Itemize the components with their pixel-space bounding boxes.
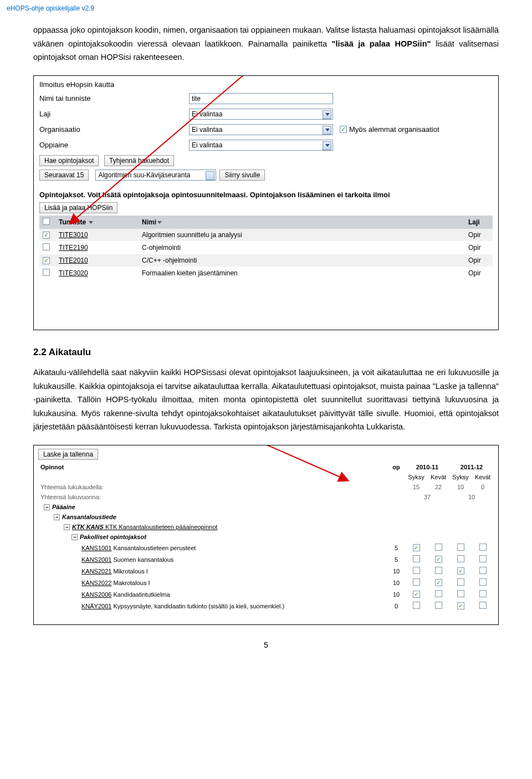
term-checkbox[interactable] <box>479 578 487 586</box>
checkbox-all[interactable] <box>43 218 50 225</box>
clear-button[interactable]: Tyhjennä hakuehdot <box>104 155 174 166</box>
term-checkbox[interactable] <box>479 544 487 551</box>
collapse-icon[interactable]: − <box>54 514 60 520</box>
table-header-row: Tunniste Nimi Laji <box>39 216 493 229</box>
term-checkbox[interactable] <box>435 602 442 609</box>
th-laji[interactable]: Laji <box>465 216 493 229</box>
course-link[interactable]: KANS2006 <box>81 591 111 598</box>
row-laji: Opir <box>465 229 493 241</box>
tunniste-link[interactable]: TITE2010 <box>59 257 88 264</box>
section-pakolliset: −Pakolliset opintojaksot <box>38 532 494 542</box>
p1-bold: "lisää ja palaa HOPSiin" <box>332 39 431 48</box>
chevron-down-icon <box>325 129 330 131</box>
search-button[interactable]: Hae opintojaksot <box>39 155 99 166</box>
hdr-op: op <box>387 462 405 472</box>
th-select-all[interactable] <box>39 216 55 229</box>
term-checkbox[interactable] <box>435 590 442 597</box>
val: 10 <box>449 482 472 492</box>
collapse-icon[interactable]: − <box>71 534 78 540</box>
header-row-terms: Syksy Kevät Syksy Kevät <box>38 472 494 482</box>
course-link[interactable]: KANS1001 <box>81 545 111 551</box>
select-oppiaine[interactable]: Ei valintaa <box>189 140 333 151</box>
course-op: 5 <box>387 554 405 565</box>
hdr-term: Syksy <box>449 472 472 482</box>
course-link[interactable]: KANS2021 <box>81 568 111 575</box>
checkbox-also-lower-label: Myös alemmat organisaatiot <box>349 125 439 134</box>
row-checkbox[interactable] <box>43 243 50 250</box>
next15-button[interactable]: Seuraavat 15 <box>39 170 89 181</box>
section-kt-label: Kansantaloustiede <box>62 514 116 520</box>
term-checkbox[interactable] <box>457 544 464 551</box>
course-name: Suomen kansantalous <box>111 556 173 563</box>
page-header: eHOPS-ohje opiskelijalle v2.9 <box>0 0 532 12</box>
course-link[interactable]: KANS2022 <box>81 580 111 586</box>
row-checkbox[interactable] <box>43 269 50 276</box>
lbl-lukukaudella: Yhteensä lukukaudella: <box>38 482 387 492</box>
page-range-select[interactable]: Algoritmien suu-Kävijäseuranta <box>95 170 216 181</box>
add-return-button[interactable]: Lisää ja palaa HOPSiin <box>39 202 117 213</box>
collapse-icon[interactable]: − <box>64 524 70 530</box>
term-checkbox[interactable] <box>457 555 464 562</box>
schedule-table: Opinnot op 2010-11 2011-12 Syksy Kevät S… <box>38 462 494 612</box>
term-checkbox[interactable] <box>479 567 487 574</box>
goto-page-button[interactable]: Siirry sivulle <box>219 170 265 181</box>
row-checkbox[interactable]: ✓ <box>43 257 50 264</box>
row-laji: Opir <box>465 254 493 266</box>
course-row: KANS2006 Kandidaatintutkielma 10 ✓ <box>38 588 494 600</box>
term-checkbox[interactable] <box>479 555 487 562</box>
calculate-save-button[interactable]: Laske ja tallenna <box>38 449 98 460</box>
chevron-down-icon <box>208 174 213 177</box>
term-checkbox[interactable] <box>435 544 442 551</box>
term-checkbox[interactable] <box>413 578 420 586</box>
course-link[interactable]: KANS2001 <box>81 556 111 563</box>
section-kansantaloustiede: −Kansantaloustiede <box>38 512 494 522</box>
section-paaaine: −Pääaine <box>38 502 494 512</box>
term-checkbox[interactable] <box>457 590 464 597</box>
term-checkbox[interactable] <box>457 578 464 586</box>
course-link[interactable]: KNÄY2001 <box>81 603 111 609</box>
select-oppiaine-value: Ei valintaa <box>192 141 222 149</box>
term-checkbox[interactable]: ✓ <box>457 567 464 575</box>
term-checkbox[interactable] <box>479 590 487 597</box>
hdr-term: Kevät <box>472 472 494 482</box>
table-row: TITE3020 Formaalien kielten jäsentäminen… <box>39 266 493 280</box>
term-checkbox[interactable] <box>435 567 442 574</box>
section-paaaine-label: Pääaine <box>52 504 75 510</box>
term-checkbox[interactable] <box>413 602 420 609</box>
th-nimi[interactable]: Nimi <box>139 216 465 229</box>
results-table: Tunniste Nimi Laji ✓ TITE3010 Algoritmie… <box>39 216 493 280</box>
term-checkbox[interactable] <box>479 602 487 609</box>
row-nimi: Algoritmien suunnittelu ja analyysi <box>139 229 465 241</box>
term-checkbox[interactable]: ✓ <box>435 579 442 586</box>
lbl-lukuvuonna: Yhteensä lukuvuonna: <box>38 492 387 502</box>
ktk-link[interactable]: KTK KANS <box>72 524 104 530</box>
info-line: Opintojaksot. Voit lisätä opintojaksoja … <box>39 191 493 199</box>
term-checkbox[interactable]: ✓ <box>457 602 464 609</box>
label-oppiaine: Oppiaine <box>39 141 189 149</box>
select-laji-value: Ei valintaa <box>192 110 222 118</box>
chevron-down-icon <box>325 113 330 116</box>
checkbox-also-lower[interactable]: ✓ <box>340 126 347 133</box>
select-laji[interactable]: Ei valintaa <box>189 109 333 120</box>
tunniste-link[interactable]: TITE2190 <box>59 244 88 252</box>
chevron-down-icon <box>325 144 330 147</box>
th-tunniste[interactable]: Tunniste <box>55 216 139 229</box>
row-checkbox[interactable]: ✓ <box>43 232 50 239</box>
course-row: KANS1001 Kansantaloustieteen perusteet 5… <box>38 542 494 554</box>
term-checkbox[interactable]: ✓ <box>413 591 420 598</box>
tunniste-link[interactable]: TITE3010 <box>59 231 88 239</box>
row-nimi: C/C++ -ohjelmointi <box>139 254 465 266</box>
select-organisaatio[interactable]: Ei valintaa <box>189 124 333 135</box>
tunniste-link[interactable]: TITE3020 <box>59 269 88 277</box>
also-lower-org-wrap: ✓ Myös alemmat organisaatiot <box>340 125 439 134</box>
paragraph-2: Aikataulu-välilehdellä saat näkyviin kai… <box>33 366 499 434</box>
table-row: ✓ TITE3010 Algoritmien suunnittelu ja an… <box>39 229 493 241</box>
term-checkbox[interactable] <box>413 555 420 562</box>
collapse-icon[interactable]: − <box>44 504 50 510</box>
course-row: KANS2001 Suomen kansantalous 5 ✓ <box>38 554 494 565</box>
term-checkbox[interactable] <box>413 567 420 574</box>
input-nimi[interactable]: tite <box>189 93 333 104</box>
term-checkbox[interactable]: ✓ <box>413 544 420 551</box>
course-op: 5 <box>387 542 405 554</box>
term-checkbox[interactable]: ✓ <box>435 556 442 563</box>
